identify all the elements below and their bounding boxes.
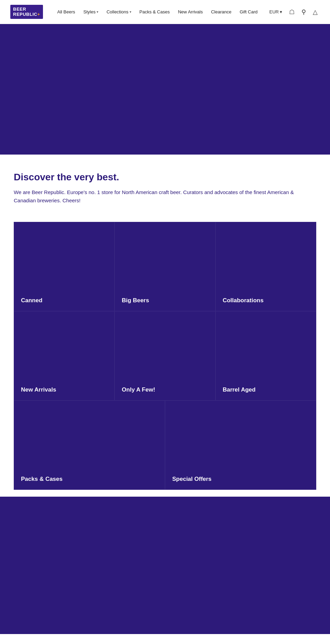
currency-chevron-icon: ▾ <box>280 9 282 14</box>
category-only-a-few[interactable]: Only A Few! <box>114 311 215 400</box>
category-special-offers[interactable]: Special Offers <box>165 400 316 490</box>
hero-banner <box>0 24 330 155</box>
nav-all-beers[interactable]: All Beers <box>53 9 79 14</box>
category-big-beers[interactable]: Big Beers <box>114 222 215 311</box>
cart-icon: △ <box>313 8 318 16</box>
currency-selector[interactable]: EUR ▾ <box>267 8 284 16</box>
bottom-hero-banner <box>0 497 330 634</box>
nav-packs-cases-label: Packs & Cases <box>140 9 170 14</box>
nav-styles-label: Styles <box>84 9 96 14</box>
logo-box: BEER REPUBLIC+ <box>10 5 43 19</box>
description-text: We are Beer Republic. Europe's no. 1 sto… <box>14 188 316 205</box>
categories-top-row: Canned Big Beers Collaborations <box>14 222 316 311</box>
category-barrel-aged-label: Barrel Aged <box>223 386 256 393</box>
nav-gift-card[interactable]: Gift Card <box>235 9 262 14</box>
main-nav: All Beers Styles ▾ Collections ▾ Packs &… <box>53 9 267 14</box>
site-logo[interactable]: BEER REPUBLIC+ <box>10 5 43 19</box>
nav-new-arrivals[interactable]: New Arrivals <box>174 9 207 14</box>
category-special-offers-label: Special Offers <box>172 476 211 483</box>
categories-middle-row: New Arrivals Only A Few! Barrel Aged <box>14 311 316 400</box>
category-packs-cases[interactable]: Packs & Cases <box>14 400 165 490</box>
nav-collections-label: Collections <box>107 9 129 14</box>
chevron-down-icon: ▾ <box>97 10 98 14</box>
cart-button[interactable]: △ <box>311 6 320 18</box>
nav-right: EUR ▾ ☖ ⚲ △ <box>267 6 320 18</box>
category-collaborations-label: Collaborations <box>223 297 264 304</box>
account-button[interactable]: ☖ <box>287 6 297 18</box>
category-packs-cases-label: Packs & Cases <box>21 476 63 483</box>
category-new-arrivals-label: New Arrivals <box>21 386 56 393</box>
categories-bottom-row: Packs & Cases Special Offers <box>14 400 316 490</box>
categories-section: Canned Big Beers Collaborations New Arri… <box>0 222 330 490</box>
nav-clearance[interactable]: Clearance <box>207 9 235 14</box>
nav-new-arrivals-label: New Arrivals <box>178 9 203 14</box>
category-barrel-aged[interactable]: Barrel Aged <box>216 311 316 400</box>
description-title: Discover the very best. <box>14 172 316 183</box>
search-icon: ⚲ <box>301 8 306 16</box>
category-only-a-few-label: Only A Few! <box>122 386 155 393</box>
categories-wrapper: Canned Big Beers Collaborations New Arri… <box>14 222 316 490</box>
logo-plus: + <box>37 12 40 17</box>
nav-all-beers-label: All Beers <box>57 9 75 14</box>
description-section: Discover the very best. We are Beer Repu… <box>0 155 330 222</box>
nav-collections[interactable]: Collections ▾ <box>102 9 135 14</box>
category-canned[interactable]: Canned <box>14 222 114 311</box>
chevron-down-icon: ▾ <box>130 10 131 14</box>
logo-line2: REPUBLIC+ <box>13 12 40 17</box>
category-new-arrivals[interactable]: New Arrivals <box>14 311 114 400</box>
search-button[interactable]: ⚲ <box>299 6 308 18</box>
nav-clearance-label: Clearance <box>211 9 231 14</box>
currency-label: EUR <box>270 9 279 14</box>
nav-gift-card-label: Gift Card <box>240 9 257 14</box>
category-big-beers-label: Big Beers <box>122 297 149 304</box>
category-canned-label: Canned <box>21 297 42 304</box>
logo-line1: BEER <box>13 7 26 12</box>
site-header: BEER REPUBLIC+ All Beers Styles ▾ Collec… <box>0 0 330 24</box>
nav-packs-cases[interactable]: Packs & Cases <box>135 9 174 14</box>
nav-styles[interactable]: Styles ▾ <box>79 9 102 14</box>
category-collaborations[interactable]: Collaborations <box>216 222 316 311</box>
account-icon: ☖ <box>289 8 295 16</box>
